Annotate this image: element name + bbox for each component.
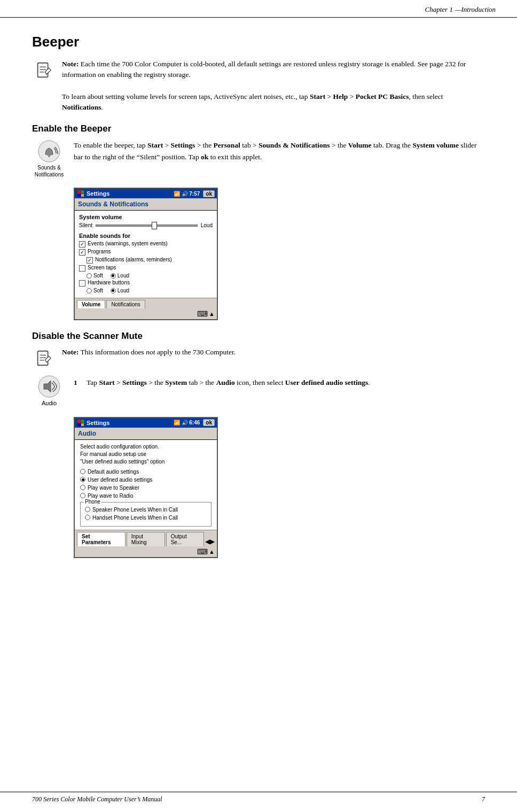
eb-ok: ok [201, 153, 208, 161]
audio-icon-block: Audio [32, 375, 66, 407]
cb-events-label: Events (warnings, system events) [88, 241, 168, 246]
cb-events[interactable] [79, 241, 85, 248]
volume-thumb[interactable] [152, 222, 157, 229]
tab-notifications[interactable]: Notifications [106, 300, 145, 308]
eb-settings: Settings [171, 141, 195, 149]
eb-volume: Volume [348, 141, 372, 149]
sounds-ok-btn[interactable]: ok [203, 190, 215, 197]
footer-right: 7 [482, 795, 485, 803]
phone-group-box: Phone Speaker Phone Levels When in Call … [80, 502, 212, 527]
radio-soft2-circle[interactable] [87, 288, 92, 293]
eb-start: Start [147, 141, 163, 149]
scanner-note-icon [32, 347, 56, 368]
phone-radio2-circle[interactable] [85, 515, 90, 520]
scanner-note-body: This information does [79, 348, 146, 356]
system-volume-label: System volume [79, 214, 213, 220]
sounds-titlebar-right: 📶 🔊 7:57 ok [174, 190, 215, 197]
enable-beeper-text: To enable the beeper, tap Start > Settin… [74, 140, 485, 163]
svg-rect-8 [77, 190, 81, 194]
radio-soft2[interactable]: Soft [87, 288, 103, 293]
audio-desc3: "User defined audio settings" option [80, 458, 212, 466]
step1-text: 1 Tap Start > Settings > the System tab … [74, 375, 485, 393]
radio-soft1[interactable]: Soft [87, 273, 103, 279]
disable-scanner-title: Disable the Scanner Mute [32, 331, 485, 342]
s1-settings: Settings [122, 378, 147, 386]
radio-loud2-circle[interactable] [111, 288, 116, 293]
cb-hwbuttons[interactable] [79, 280, 85, 287]
audio-tab3[interactable]: Output Se... [166, 532, 204, 546]
audio-desc1: Select audio configuration option. [80, 443, 212, 451]
sounds-icon-label: Sounds & Notifications [35, 164, 64, 178]
phone-radio2-label: Handset Phone Levels When in Call [92, 515, 178, 521]
radio-loud2-label: Loud [118, 288, 129, 293]
audio-radio4-label: Play wave to Radio [88, 493, 134, 499]
audio-tab-label: Audio [75, 428, 217, 440]
cb-screentaps-label: Screen taps [88, 265, 116, 270]
sounds-tab-label: Sounds & Notifications [75, 198, 217, 211]
audio-radio3-label: Play wave to Speaker [88, 485, 139, 491]
audio-radio2-circle[interactable] [80, 477, 85, 482]
radio-loud2[interactable]: Loud [111, 288, 129, 293]
phone-group-label: Phone [84, 499, 101, 505]
sounds-screen: Settings 📶 🔊 7:57 ok Sounds & Notificati… [74, 188, 218, 320]
radio-loud1-circle[interactable] [111, 273, 116, 279]
sounds-titlebar-icons: 📶 🔊 7:57 [174, 191, 200, 197]
audio-tab1[interactable]: Set Parameters [77, 532, 126, 546]
radio-loud1-label: Loud [118, 273, 129, 279]
hwbuttons-radio-group: Soft Loud [79, 288, 213, 293]
audio-icon-label: Audio [42, 399, 57, 407]
audio-titlebar-app: Settings [87, 420, 109, 426]
header-separator: — [455, 5, 461, 14]
cb-screentaps-row: Screen taps [79, 265, 213, 272]
tab-volume[interactable]: Volume [77, 300, 105, 308]
audio-radio2-row: User defined audio settings [80, 477, 212, 483]
audio-radio1-row: Default audio settings [80, 469, 212, 475]
audio-radio4-row: Play wave to Radio [80, 493, 212, 499]
cb-notifications[interactable] [87, 257, 93, 264]
audio-tab2[interactable]: Input Mixing [127, 532, 165, 546]
svg-rect-10 [77, 194, 81, 197]
audio-desc2: For manual audio setup use [80, 451, 212, 458]
note-body: Each time the 700 Color Computer is cold… [62, 60, 466, 79]
s1-system: System [165, 378, 187, 386]
audio-ok-btn[interactable]: ok [203, 419, 215, 426]
phone-radio1-circle[interactable] [85, 507, 90, 512]
note-body2: To learn about setting volume levels for… [62, 92, 443, 111]
volume-slider-row: Silent Loud [79, 222, 213, 228]
cb-screentaps[interactable] [79, 265, 85, 272]
cb-programs[interactable] [79, 249, 85, 256]
audio-titlebar-left: Settings [77, 419, 109, 427]
sounds-notifications-icon-block: Sounds & Notifications [32, 140, 66, 178]
sounds-titlebar-left: Settings [77, 190, 109, 197]
s1-audio: Audio [216, 378, 234, 386]
scanner-note-text: Note: This information does not apply to… [62, 347, 485, 358]
radio-loud1[interactable]: Loud [111, 273, 129, 279]
page-header: Chapter 1 — Introduction [0, 0, 517, 18]
sounds-titlebar-app: Settings [87, 190, 109, 197]
cb-hwbuttons-label: Hardware buttons [88, 280, 130, 285]
eb-sysvol: System volume [412, 141, 459, 149]
sounds-footer-bar: ⌨ ▲ [75, 308, 217, 319]
beeper-note-block: Note: Each time the 700 Color Computer i… [32, 59, 485, 113]
audio-radio1-circle[interactable] [80, 469, 85, 474]
audio-tab-nav-icon[interactable]: ◀▶ [205, 538, 215, 546]
audio-radio3-circle[interactable] [80, 485, 85, 490]
cb-events-row: Events (warnings, system events) [79, 241, 213, 248]
audio-keyboard-icon: ⌨ [197, 547, 208, 556]
phone-radio1-row: Speaker Phone Levels When in Call [85, 507, 207, 513]
scanner-note-block: Note: This information does not apply to… [32, 347, 485, 368]
step1-block: Audio 1 Tap Start > Settings > the Syste… [32, 375, 485, 407]
radio-soft1-circle[interactable] [87, 273, 92, 279]
scroll-icon: ▲ [209, 311, 215, 317]
step1-num: 1 [74, 377, 82, 389]
note-help: Help [333, 92, 348, 100]
page-footer: 700 Series Color Mobile Computer User’s … [0, 792, 517, 803]
audio-screen: Settings 📶 🔊 6:46 ok Audio Select audio … [74, 417, 218, 558]
step1-content: Tap Start > Settings > the System tab > … [87, 377, 370, 389]
footer-left: 700 Series Color Mobile Computer User’s … [32, 795, 162, 803]
cb-programs-row: Programs [79, 249, 213, 256]
volume-slider[interactable] [96, 225, 198, 227]
svg-point-7 [48, 155, 50, 157]
audio-radio4-circle[interactable] [80, 493, 85, 498]
radio-soft2-label: Soft [93, 288, 103, 293]
